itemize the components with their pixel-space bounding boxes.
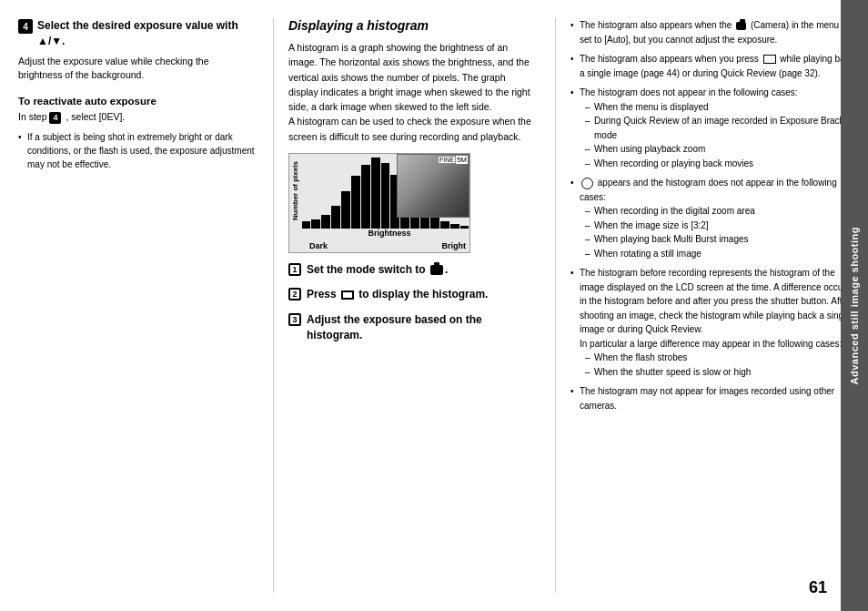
num-badge-2: 2 [288, 288, 301, 300]
dash-2: During Quick Review of an image recorded… [580, 114, 859, 142]
histogram-title: Displaying a histogram [288, 18, 537, 33]
step-4-body: Adjust the exposure value while checking… [18, 55, 255, 84]
y-axis-label: Number of pixels [289, 154, 301, 229]
bar-1 [302, 221, 311, 229]
dash-4: When recording or playing back movies [580, 157, 859, 171]
right-bullet-4: appears and the histogram does not appea… [570, 176, 859, 260]
step-4-title: Select the desired exposure value with ▲… [37, 18, 255, 49]
sidebar-tab-label: Advanced still image shooting [849, 227, 860, 384]
brightness-label: Brightness [309, 229, 469, 239]
fine-badge: FINE [438, 156, 456, 164]
dash-6: When the image size is [3:2] [580, 219, 859, 233]
right-column: The histogram also appears when the (Cam… [555, 18, 868, 593]
dash-8: When rotating a still image [580, 247, 859, 261]
histogram-inner: Number of pixels [289, 154, 469, 229]
bright-label: Bright [442, 241, 467, 250]
bar-2 [311, 219, 320, 229]
bar-16 [450, 224, 459, 229]
inline-rect-icon [763, 55, 776, 64]
bar-5 [341, 191, 350, 229]
bar-9 [381, 163, 390, 229]
right-bullet-2: The histogram also appears when you pres… [570, 52, 859, 80]
bar-15 [440, 221, 449, 229]
reactivate-title: To reactivate auto exposure [18, 96, 255, 107]
step-4-badge: 4 [18, 19, 33, 34]
histogram-image-preview: FINE 5M [397, 154, 469, 218]
brightness-center-label: Brightness [289, 229, 469, 239]
dash-7: When playing back Multi Burst images [580, 232, 859, 247]
histogram-area: FINE 5M [301, 154, 469, 229]
resolution-badge: 5M [456, 156, 468, 164]
histogram-graphic: Number of pixels [288, 153, 470, 253]
mid-step-2: 2 Press to display the histogram. [288, 287, 537, 302]
right-bullet-1: The histogram also appears when the (Cam… [570, 18, 859, 46]
right-bullet-3: The histogram does not appear in the fol… [570, 86, 859, 170]
play-button-icon [341, 290, 354, 300]
bar-4 [331, 206, 340, 229]
sidebar-tab: Advanced still image shooting [841, 0, 868, 611]
cam-inline-icon-1 [736, 22, 746, 30]
mid-step-3: 3 Adjust the exposure based on the histo… [288, 312, 537, 344]
page-container: 4 Select the desired exposure value with… [0, 0, 868, 611]
circle-icon [581, 178, 593, 189]
dash-3: When using playback zoom [580, 142, 859, 157]
mid-step-2-text: Press to display the histogram. [307, 287, 488, 302]
page-number: 61 [809, 578, 827, 597]
step-4-heading: 4 Select the desired exposure value with… [18, 18, 255, 49]
bar-8 [371, 158, 380, 229]
dark-label: Dark [309, 241, 328, 250]
num-badge-1: 1 [288, 263, 301, 276]
bar-7 [361, 165, 370, 229]
middle-column: Displaying a histogram A histogram is a … [273, 18, 555, 593]
left-bullet: If a subject is being shot in extremely … [18, 130, 255, 171]
dash-5: When recording in the digital zoom area [580, 204, 859, 219]
bar-3 [321, 215, 330, 229]
bar-6 [351, 176, 360, 228]
dash-1: When the menu is displayed [580, 100, 859, 115]
histogram-x-labels: Dark Bright [289, 239, 469, 252]
mid-step-1-text: Set the mode switch to . [307, 262, 448, 278]
inline-step-badge: 4 [49, 112, 61, 124]
camera-icon [430, 265, 443, 275]
histogram-body: A histogram is a graph showing the brigh… [288, 40, 537, 144]
dash-10: When the shutter speed is slow or high [580, 365, 859, 380]
right-bullet-5: The histogram before recording represent… [570, 266, 859, 379]
right-bullet-6: The histogram may not appear for images … [570, 384, 859, 412]
dash-9: When the flash strobes [580, 351, 859, 365]
bar-17 [460, 226, 469, 229]
reactivate-body: In step 4, select [0EV]. [18, 110, 255, 125]
num-badge-3: 3 [288, 313, 301, 326]
mid-step-1: 1 Set the mode switch to . [288, 262, 537, 278]
mid-step-3-text: Adjust the exposure based on the histogr… [307, 312, 537, 344]
left-column: 4 Select the desired exposure value with… [18, 18, 273, 593]
